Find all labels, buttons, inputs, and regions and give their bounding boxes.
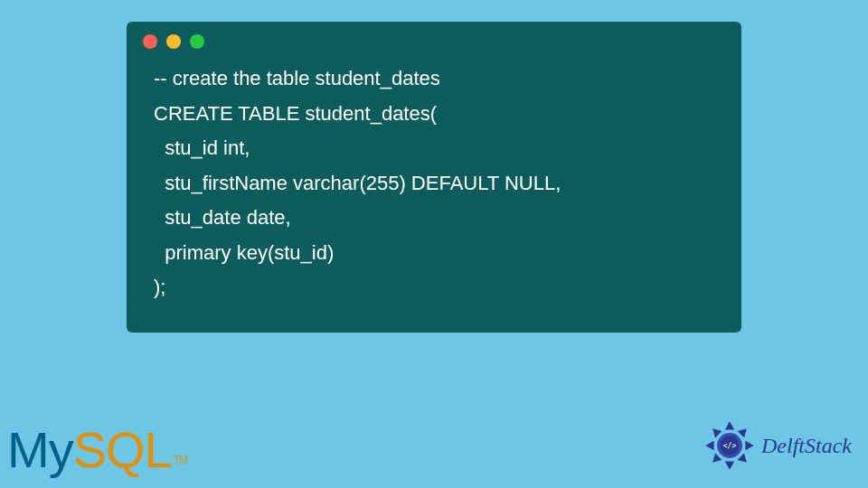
delftstack-badge-icon: </> (703, 419, 756, 472)
mysql-logo-tm: TM (174, 454, 187, 466)
maximize-icon (190, 34, 204, 49)
window-titlebar (127, 22, 741, 56)
svg-marker-5 (709, 454, 722, 466)
svg-marker-6 (709, 425, 722, 437)
svg-marker-7 (738, 454, 750, 466)
minimize-icon (166, 34, 181, 49)
code-line: -- create the table student_dates (154, 67, 440, 89)
code-line: stu_id int, (154, 136, 250, 159)
code-line: ); (154, 276, 165, 298)
mysql-logo: MySQLTM (7, 420, 187, 479)
svg-marker-0 (725, 421, 734, 429)
delftstack-logo: </> DelftStack (703, 419, 852, 472)
close-icon (143, 34, 157, 49)
delftstack-text: DelftStack (761, 434, 852, 458)
mysql-logo-sql: SQL (73, 420, 172, 479)
code-block: -- create the table student_dates CREATE… (127, 56, 741, 314)
mysql-logo-my: My (7, 420, 73, 479)
svg-marker-1 (725, 461, 734, 469)
svg-marker-2 (705, 441, 713, 450)
code-line: stu_firstName varchar(255) DEFAULT NULL, (154, 172, 561, 194)
code-line: stu_date date, (154, 206, 291, 229)
code-window: -- create the table student_dates CREATE… (127, 22, 741, 333)
svg-marker-4 (738, 425, 750, 437)
code-line: CREATE TABLE student_dates( (154, 102, 437, 125)
svg-text:</>: </> (723, 441, 737, 450)
svg-marker-3 (745, 441, 753, 450)
code-line: primary key(stu_id) (154, 241, 334, 264)
